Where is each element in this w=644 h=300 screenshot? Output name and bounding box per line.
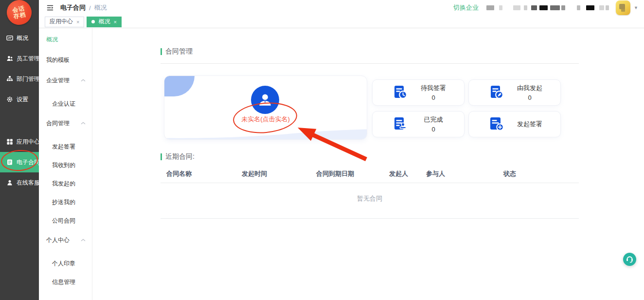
rail-item-0[interactable]: 概况: [0, 28, 39, 48]
rail-item-label: 设置: [17, 95, 28, 104]
rail-item-1[interactable]: 员工管理: [0, 48, 39, 69]
overview-icon: [6, 35, 13, 41]
sidebar-item-label: 发起签署: [52, 143, 75, 151]
rail-item-label: 应用中心: [17, 138, 40, 146]
tab-app-center[interactable]: 应用中心 ×: [45, 17, 84, 27]
card-decoration-blob: [164, 76, 195, 96]
stat-label: 已完成: [424, 115, 443, 124]
rail-item-3[interactable]: 设置: [0, 89, 39, 110]
logo-text-line2: 存档: [13, 11, 27, 19]
redacted-block: [524, 5, 527, 10]
stat-count: 0: [431, 94, 435, 101]
stat-count: 0: [431, 126, 435, 133]
rail-item-label: 员工管理: [17, 55, 40, 63]
customer-service-button[interactable]: [623, 253, 636, 266]
column-header-0: 合同名称: [166, 169, 242, 178]
rail-item-6[interactable]: 在线客服: [0, 172, 39, 193]
app-logo: 会话 存档: [5, 0, 34, 27]
realname-link[interactable]: 未实名(点击实名): [164, 115, 367, 124]
tab-label: 应用中心: [50, 18, 73, 26]
sidebar-item-label: 个人中心: [46, 236, 70, 244]
divider: [161, 63, 579, 64]
avatar[interactable]: [616, 0, 630, 15]
doc-edit-icon: [487, 84, 505, 101]
realname-status-card: 未实名(点击实名): [164, 75, 367, 140]
stat-card-1[interactable]: 由我发起0: [468, 79, 561, 106]
rail-item-label: 概况: [17, 34, 28, 42]
contract-icon: [6, 159, 13, 166]
tabs-bar: 应用中心 × 概况 ×: [39, 16, 644, 28]
sidebar-item-6[interactable]: 我收到的: [39, 156, 92, 174]
stat-text: 待我签署0: [412, 84, 454, 101]
rail-item-2[interactable]: 部门管理: [0, 69, 39, 89]
stat-card-3[interactable]: 发起签署: [468, 111, 561, 137]
sidebar-item-1[interactable]: 我的模板: [39, 50, 92, 70]
sidebar-item-label: 我收到的: [52, 161, 75, 169]
card-decoration-wave: [164, 127, 367, 139]
sidebar-item-0[interactable]: 概况: [39, 29, 92, 50]
redacted-block: [539, 5, 548, 10]
top-bar: 电子合同 / 概况 切换企业 ▼: [39, 0, 644, 16]
redacted-block: [577, 5, 580, 10]
stat-label: 待我签署: [421, 84, 446, 93]
sidebar-item-label: 概况: [46, 36, 58, 44]
sidebar-item-7[interactable]: 我发起的: [39, 174, 92, 193]
sidebar-item-2[interactable]: 企业管理: [39, 70, 92, 91]
column-header-4: 参与人: [426, 169, 503, 178]
stat-text: 已完成0: [412, 115, 454, 133]
rail-item-label: 部门管理: [17, 75, 40, 83]
doc-clock-icon: [391, 84, 409, 101]
section-title-recent-contracts: 近期合同:: [161, 152, 195, 161]
sidebar-item-label: 企业认证: [52, 100, 75, 108]
sidebar-item-12[interactable]: 信息管理: [39, 273, 92, 291]
primary-sidebar: 会话 存档 概况员工管理部门管理设置应用中心电子合同在线客服: [0, 0, 39, 300]
stat-card-2[interactable]: 已完成0: [372, 111, 465, 137]
chevron-up-icon[interactable]: [81, 79, 86, 82]
empty-state-text: 暂无合同: [161, 183, 579, 214]
tab-overview[interactable]: 概况 ×: [87, 17, 121, 27]
sidebar-item-4[interactable]: 合同管理: [39, 113, 92, 133]
stat-count: 0: [528, 94, 531, 101]
stat-card-0[interactable]: 待我签署0: [372, 79, 465, 106]
redacted-block: [513, 5, 520, 10]
breadcrumb-current: 概况: [94, 3, 107, 12]
sidebar-item-9[interactable]: 公司合同: [39, 211, 92, 230]
service-icon: [6, 179, 13, 186]
redacted-block: [606, 5, 609, 10]
user-avatar-icon[interactable]: [251, 86, 279, 114]
secondary-sidebar: 概况我的模板企业管理企业认证合同管理发起签署我收到的我发起的抄送我的公司合同个人…: [39, 28, 92, 300]
department-icon: [6, 75, 13, 82]
redacted-block: [499, 5, 502, 10]
rail-item-4[interactable]: 应用中心: [0, 131, 39, 152]
sidebar-item-label: 合同管理: [46, 119, 70, 128]
column-header-2: 合同到期日期: [316, 169, 389, 178]
chevron-up-icon[interactable]: [81, 122, 86, 125]
sidebar-item-5[interactable]: 发起签署: [39, 137, 92, 156]
app-window: 会话 存档 概况员工管理部门管理设置应用中心电子合同在线客服 概况我的模板企业管…: [0, 0, 644, 300]
rail-item-label: 在线客服: [17, 179, 40, 187]
sidebar-item-label: 个人印章: [52, 260, 75, 268]
recent-contracts-table: 合同名称发起时间合同到期日期发起人参与人状态 暂无合同: [161, 169, 579, 219]
sidebar-item-11[interactable]: 个人印章: [39, 254, 92, 273]
sidebar-item-3[interactable]: 企业认证: [39, 94, 92, 113]
table-header-row: 合同名称发起时间合同到期日期发起人参与人状态: [161, 169, 579, 178]
close-icon[interactable]: ×: [113, 19, 116, 25]
stat-label: 发起签署: [517, 120, 542, 129]
breadcrumb-root[interactable]: 电子合同: [60, 3, 86, 12]
redacted-account-text: [486, 5, 612, 10]
sidebar-item-8[interactable]: 抄送我的: [39, 193, 92, 211]
collapse-menu-icon[interactable]: [46, 4, 54, 12]
chevron-down-icon[interactable]: ▼: [634, 5, 638, 10]
sidebar-item-label: 我的模板: [46, 56, 70, 64]
column-header-5: 状态: [503, 169, 579, 178]
redacted-block: [550, 5, 560, 10]
rail-item-5[interactable]: 电子合同: [0, 152, 39, 172]
sidebar-item-10[interactable]: 个人中心: [39, 230, 92, 250]
chevron-up-icon[interactable]: [81, 239, 86, 242]
doc-plus-icon: [487, 115, 505, 133]
close-icon[interactable]: ×: [76, 19, 79, 25]
doc-stamp-icon: [391, 115, 409, 133]
switch-company-link[interactable]: 切换企业: [453, 3, 479, 12]
sidebar-item-label: 抄送我的: [52, 198, 75, 206]
column-header-3: 发起人: [389, 169, 426, 178]
